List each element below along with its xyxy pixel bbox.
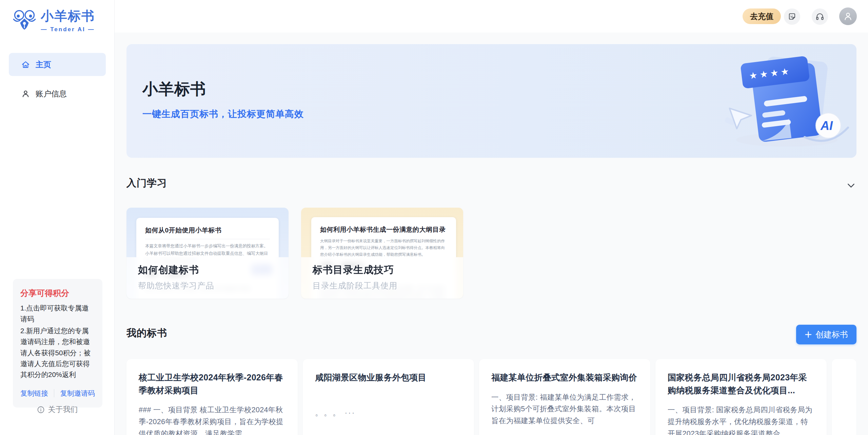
- sidebar: 小羊标书 — Tender AI — 主页 账户信息 分享可得积分 1.点击即可…: [0, 0, 115, 435]
- plus-icon: [805, 331, 812, 338]
- create-bid-label: 创建标书: [815, 329, 848, 340]
- learning-section-heading: 入门学习: [126, 176, 167, 190]
- recharge-label: 去充值: [750, 11, 773, 22]
- brand-tagline: — Tender AI —: [41, 26, 95, 33]
- user-icon: [843, 11, 853, 21]
- hero-banner: 小羊标书 一键生成百页标书，让投标更简单高效: [126, 44, 856, 158]
- referral-title: 分享可得积分: [20, 288, 95, 299]
- sidebar-item-label: 账户信息: [36, 89, 67, 99]
- app-root: 小羊标书 一键生成百页标书，让投标更简单高效: [0, 0, 868, 435]
- doc-preview-title: 如何从0开始使用小羊标书: [145, 226, 270, 235]
- bid-card-partial[interactable]: [832, 359, 856, 435]
- learning-card-create-bid[interactable]: 如何从0开始使用小羊标书 本篇文章将带您通过小羊标书一步步编写出一份满意的投标方…: [126, 208, 289, 299]
- ram-pen-logo-icon: [12, 9, 37, 32]
- divider: [54, 389, 54, 397]
- avatar[interactable]: [839, 7, 857, 25]
- bid-card[interactable]: 咸阳湖景区物业服务外包项目 。。。 ···: [303, 359, 474, 435]
- ai-badge: AI: [816, 113, 841, 138]
- feedback-button[interactable]: [784, 8, 800, 25]
- learning-card-outline-tips[interactable]: 如何利用小羊标书生成一份满意的大纲目录 大纲目录对于一份标书来说至关重要，一方面…: [301, 208, 463, 299]
- learning-card-footer: 如何创建标书 帮助您快速学习产品: [126, 257, 289, 299]
- mybids-section-heading: 我的标书: [126, 326, 167, 340]
- bid-card-body: ### 一、项目背景 核工业卫生学校2024年秋季-2026年春季教材采购项目，…: [139, 404, 285, 435]
- bid-card-body: 一、项目背景: 国家税务总局四川省税务局为提升纳税服务水平，优化纳税服务渠道，特…: [668, 404, 814, 435]
- home-icon: [21, 60, 30, 69]
- svg-text:AI: AI: [820, 119, 833, 133]
- learning-card-subtitle: 帮助您快速学习产品: [138, 280, 289, 291]
- bid-card-body: 。。。 ···: [315, 406, 462, 419]
- bid-card-title: 核工业卫生学校2024年秋季-2026年春季教材采购项目: [139, 371, 285, 397]
- about-us-link[interactable]: 关于我们: [0, 404, 115, 415]
- hero-illustration: ★★★★ AI: [719, 48, 851, 153]
- learning-card-subtitle: 目录生成阶段工具使用: [313, 280, 463, 291]
- recharge-button[interactable]: 去充值: [743, 8, 781, 24]
- user-icon: [21, 89, 30, 98]
- sidebar-item-account[interactable]: 账户信息: [9, 82, 106, 105]
- feedback-icon: [788, 12, 796, 21]
- create-bid-button[interactable]: 创建标书: [796, 325, 856, 344]
- bid-card[interactable]: 国家税务总局四川省税务局2023年采购纳税服务渠道整合及优化项目... 一、项目…: [655, 359, 827, 435]
- cursor-arrow-icon: [723, 106, 753, 130]
- hero-subtitle: 一键生成百页标书，让投标更简单高效: [142, 108, 304, 120]
- bid-card[interactable]: 福建某单位折叠式室外集装箱采购询价 一、项目背景: 福建某单位为满足工作需求，计…: [479, 359, 650, 435]
- doc-preview-title: 如何利用小羊标书生成一份满意的大纲目录: [320, 225, 447, 234]
- copy-invite-code-button[interactable]: 复制邀请码: [60, 389, 95, 398]
- sidebar-item-home[interactable]: 主页: [9, 53, 106, 76]
- bid-card-title: 咸阳湖景区物业服务外包项目: [315, 371, 462, 384]
- hero-title: 小羊标书: [142, 79, 206, 100]
- learning-card-footer: 标书目录生成技巧 目录生成阶段工具使用: [301, 257, 463, 299]
- chevron-down-icon[interactable]: [846, 180, 856, 191]
- referral-panel: 分享可得积分 1.点击即可获取专属邀请码 2.新用户通过您的专属邀请码注册，您和…: [13, 279, 102, 408]
- sidebar-item-label: 主页: [36, 59, 51, 70]
- referral-line-2: 2.新用户通过您的专属邀请码注册，您和被邀请人各获得50积分；被邀请人充值后您可…: [20, 325, 95, 380]
- bid-card[interactable]: 核工业卫生学校2024年秋季-2026年春季教材采购项目 ### 一、项目背景 …: [126, 359, 298, 435]
- learning-card-title: 如何创建标书: [138, 263, 289, 277]
- learning-card-title: 标书目录生成技巧: [313, 263, 463, 277]
- support-button[interactable]: [812, 8, 828, 25]
- brand-name: 小羊标书: [41, 7, 95, 25]
- about-us-label: 关于我们: [48, 404, 78, 415]
- referral-line-1: 1.点击即可获取专属邀请码: [20, 303, 95, 325]
- bid-card-title: 福建某单位折叠式室外集装箱采购询价: [491, 371, 638, 384]
- info-icon: [37, 406, 45, 414]
- bid-card-title: 国家税务总局四川省税务局2023年采购纳税服务渠道整合及优化项目...: [668, 371, 814, 397]
- bid-card-body: 一、项目背景: 福建某单位为满足工作需求，计划采购5个可折叠式室外集装箱。本次项…: [491, 392, 638, 427]
- document-ai-illustration: ★★★★ AI: [719, 48, 851, 153]
- headphones-icon: [815, 12, 824, 21]
- doc-preview-body: 大纲目录对于一份标书来说至关重要，一方面标书的撰写起到纲领性的作用，另一方面好的…: [320, 238, 447, 258]
- copy-link-button[interactable]: 复制链接: [20, 389, 48, 398]
- brand-logo[interactable]: 小羊标书 — Tender AI —: [12, 7, 95, 33]
